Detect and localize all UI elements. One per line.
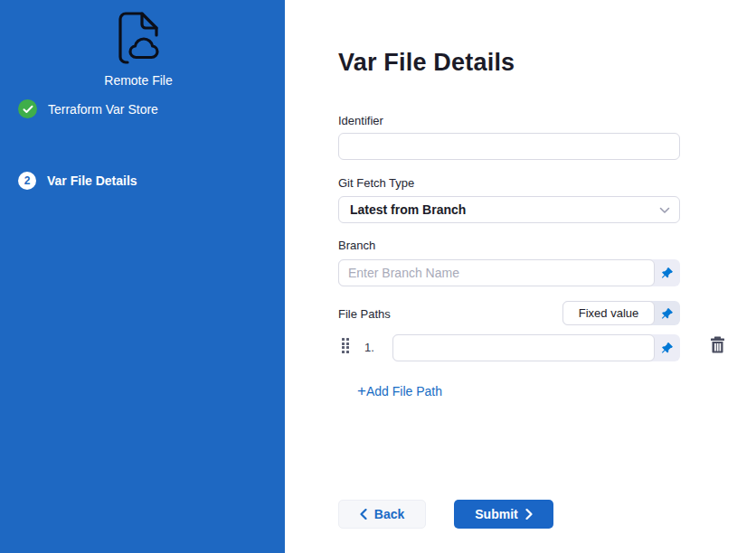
chevron-down-icon [659,202,670,218]
sidebar-step-label: Terraform Var Store [48,102,158,117]
drag-handle-icon[interactable] [342,338,350,352]
branch-input-container [338,259,655,286]
fixed-value-button[interactable]: Fixed value [562,301,655,325]
branch-input[interactable] [339,260,654,286]
add-file-path-button[interactable]: +Add File Path [357,383,442,398]
wizard-dialog: Remote File Terraform Var Store 2 Var Fi… [0,0,756,553]
branch-value-type-toggle[interactable] [655,259,680,286]
branch-field [338,259,680,286]
store-type-label: Remote File [0,72,277,89]
file-paths-value-type-toggle[interactable] [655,301,680,325]
step-number-badge: 2 [18,172,36,190]
file-path-input[interactable] [393,335,654,361]
identifier-input[interactable] [338,133,680,160]
pin-icon [661,307,674,320]
wizard-sidebar: Remote File Terraform Var Store 2 Var Fi… [0,0,285,553]
chevron-right-icon [525,509,533,520]
sidebar-step-terraform-var-store[interactable]: Terraform Var Store [18,99,158,118]
git-fetch-type-value: Latest from Branch [350,202,466,217]
git-fetch-type-label: Git Fetch Type [338,176,414,190]
plus-icon: + [357,383,366,398]
var-file-details-panel: Var File Details Identifier Git Fetch Ty… [285,0,756,553]
chevron-left-icon [360,509,367,520]
file-path-value-type-toggle[interactable] [655,334,680,361]
check-icon [18,99,37,118]
git-fetch-type-select[interactable]: Latest from Branch [338,196,680,223]
back-button[interactable]: Back [338,500,426,529]
file-paths-value-type-group: Fixed value [562,301,680,325]
branch-label: Branch [338,239,375,252]
file-path-input-container [392,334,655,361]
remote-file-icon [117,11,160,69]
trash-icon [710,336,725,353]
back-button-label: Back [374,507,404,521]
store-type-block: Remote File [0,11,277,89]
file-path-row-index: 1. [364,341,374,354]
page-title: Var File Details [338,47,515,78]
submit-button[interactable]: Submit [454,500,553,529]
identifier-label: Identifier [338,114,383,127]
pin-icon [661,342,674,354]
delete-row-button[interactable] [708,335,726,353]
file-paths-label: File Paths [338,307,391,321]
sidebar-step-var-file-details[interactable]: 2 Var File Details [18,172,137,190]
pin-icon [661,267,674,279]
add-file-path-label: Add File Path [366,384,442,398]
sidebar-step-label: Var File Details [47,173,137,188]
submit-button-label: Submit [475,507,517,521]
file-path-row [392,334,680,361]
